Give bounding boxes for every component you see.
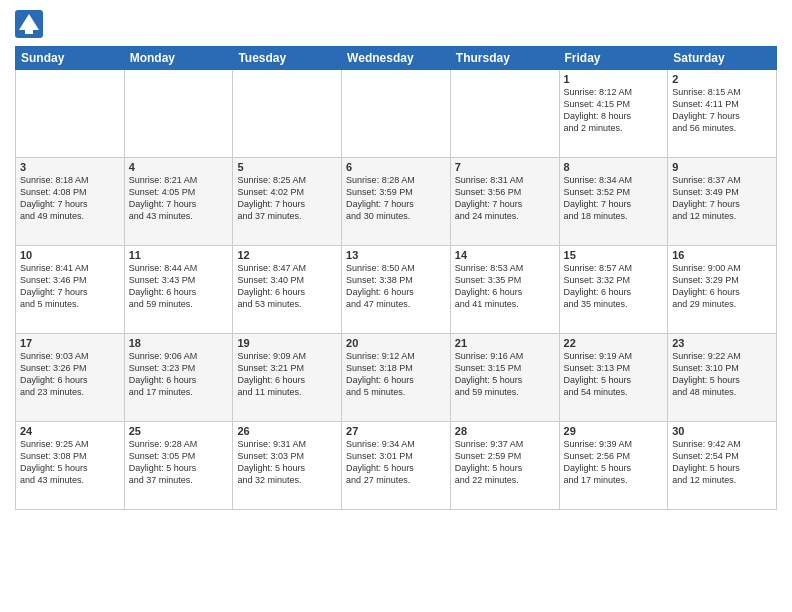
day-info: Sunrise: 9:19 AM Sunset: 3:13 PM Dayligh… [564, 350, 664, 399]
day-number: 27 [346, 425, 446, 437]
day-number: 20 [346, 337, 446, 349]
day-info: Sunrise: 9:37 AM Sunset: 2:59 PM Dayligh… [455, 438, 555, 487]
calendar-day-cell: 22Sunrise: 9:19 AM Sunset: 3:13 PM Dayli… [559, 334, 668, 422]
day-number: 13 [346, 249, 446, 261]
calendar-day-cell: 24Sunrise: 9:25 AM Sunset: 3:08 PM Dayli… [16, 422, 125, 510]
day-number: 12 [237, 249, 337, 261]
day-info: Sunrise: 8:28 AM Sunset: 3:59 PM Dayligh… [346, 174, 446, 223]
day-number: 9 [672, 161, 772, 173]
day-number: 23 [672, 337, 772, 349]
calendar-week-row: 24Sunrise: 9:25 AM Sunset: 3:08 PM Dayli… [16, 422, 777, 510]
calendar-day-cell: 11Sunrise: 8:44 AM Sunset: 3:43 PM Dayli… [124, 246, 233, 334]
day-info: Sunrise: 9:03 AM Sunset: 3:26 PM Dayligh… [20, 350, 120, 399]
calendar-day-cell: 7Sunrise: 8:31 AM Sunset: 3:56 PM Daylig… [450, 158, 559, 246]
day-info: Sunrise: 8:12 AM Sunset: 4:15 PM Dayligh… [564, 86, 664, 135]
day-info: Sunrise: 8:25 AM Sunset: 4:02 PM Dayligh… [237, 174, 337, 223]
calendar-day-cell: 15Sunrise: 8:57 AM Sunset: 3:32 PM Dayli… [559, 246, 668, 334]
calendar-day-cell: 4Sunrise: 8:21 AM Sunset: 4:05 PM Daylig… [124, 158, 233, 246]
calendar-day-cell [124, 70, 233, 158]
day-number: 7 [455, 161, 555, 173]
calendar-day-cell: 25Sunrise: 9:28 AM Sunset: 3:05 PM Dayli… [124, 422, 233, 510]
day-number: 18 [129, 337, 229, 349]
day-info: Sunrise: 9:09 AM Sunset: 3:21 PM Dayligh… [237, 350, 337, 399]
calendar-day-cell: 2Sunrise: 8:15 AM Sunset: 4:11 PM Daylig… [668, 70, 777, 158]
calendar-day-cell: 10Sunrise: 8:41 AM Sunset: 3:46 PM Dayli… [16, 246, 125, 334]
calendar-day-cell: 28Sunrise: 9:37 AM Sunset: 2:59 PM Dayli… [450, 422, 559, 510]
calendar-day-cell [342, 70, 451, 158]
day-number: 17 [20, 337, 120, 349]
calendar-week-row: 3Sunrise: 8:18 AM Sunset: 4:08 PM Daylig… [16, 158, 777, 246]
day-info: Sunrise: 9:25 AM Sunset: 3:08 PM Dayligh… [20, 438, 120, 487]
day-number: 21 [455, 337, 555, 349]
calendar-week-row: 10Sunrise: 8:41 AM Sunset: 3:46 PM Dayli… [16, 246, 777, 334]
weekday-header-thursday: Thursday [450, 47, 559, 70]
day-info: Sunrise: 8:47 AM Sunset: 3:40 PM Dayligh… [237, 262, 337, 311]
calendar-day-cell: 9Sunrise: 8:37 AM Sunset: 3:49 PM Daylig… [668, 158, 777, 246]
day-number: 24 [20, 425, 120, 437]
day-number: 1 [564, 73, 664, 85]
day-number: 15 [564, 249, 664, 261]
calendar-day-cell: 16Sunrise: 9:00 AM Sunset: 3:29 PM Dayli… [668, 246, 777, 334]
day-info: Sunrise: 8:21 AM Sunset: 4:05 PM Dayligh… [129, 174, 229, 223]
calendar-day-cell: 27Sunrise: 9:34 AM Sunset: 3:01 PM Dayli… [342, 422, 451, 510]
day-number: 6 [346, 161, 446, 173]
day-info: Sunrise: 8:34 AM Sunset: 3:52 PM Dayligh… [564, 174, 664, 223]
day-info: Sunrise: 9:28 AM Sunset: 3:05 PM Dayligh… [129, 438, 229, 487]
day-number: 2 [672, 73, 772, 85]
day-number: 29 [564, 425, 664, 437]
day-info: Sunrise: 9:12 AM Sunset: 3:18 PM Dayligh… [346, 350, 446, 399]
svg-rect-2 [25, 26, 33, 34]
day-info: Sunrise: 9:00 AM Sunset: 3:29 PM Dayligh… [672, 262, 772, 311]
calendar-day-cell: 5Sunrise: 8:25 AM Sunset: 4:02 PM Daylig… [233, 158, 342, 246]
calendar-day-cell: 6Sunrise: 8:28 AM Sunset: 3:59 PM Daylig… [342, 158, 451, 246]
calendar-day-cell: 18Sunrise: 9:06 AM Sunset: 3:23 PM Dayli… [124, 334, 233, 422]
day-number: 11 [129, 249, 229, 261]
calendar-day-cell [16, 70, 125, 158]
day-number: 26 [237, 425, 337, 437]
day-number: 8 [564, 161, 664, 173]
logo [15, 10, 47, 38]
day-number: 22 [564, 337, 664, 349]
calendar-day-cell: 19Sunrise: 9:09 AM Sunset: 3:21 PM Dayli… [233, 334, 342, 422]
calendar-day-cell: 3Sunrise: 8:18 AM Sunset: 4:08 PM Daylig… [16, 158, 125, 246]
day-info: Sunrise: 8:50 AM Sunset: 3:38 PM Dayligh… [346, 262, 446, 311]
calendar-day-cell: 1Sunrise: 8:12 AM Sunset: 4:15 PM Daylig… [559, 70, 668, 158]
day-info: Sunrise: 9:42 AM Sunset: 2:54 PM Dayligh… [672, 438, 772, 487]
weekday-header-friday: Friday [559, 47, 668, 70]
day-info: Sunrise: 9:16 AM Sunset: 3:15 PM Dayligh… [455, 350, 555, 399]
weekday-header-wednesday: Wednesday [342, 47, 451, 70]
calendar-day-cell: 20Sunrise: 9:12 AM Sunset: 3:18 PM Dayli… [342, 334, 451, 422]
day-info: Sunrise: 8:57 AM Sunset: 3:32 PM Dayligh… [564, 262, 664, 311]
day-info: Sunrise: 8:41 AM Sunset: 3:46 PM Dayligh… [20, 262, 120, 311]
weekday-header-sunday: Sunday [16, 47, 125, 70]
calendar-day-cell: 26Sunrise: 9:31 AM Sunset: 3:03 PM Dayli… [233, 422, 342, 510]
calendar-day-cell: 8Sunrise: 8:34 AM Sunset: 3:52 PM Daylig… [559, 158, 668, 246]
weekday-header-saturday: Saturday [668, 47, 777, 70]
calendar-day-cell: 23Sunrise: 9:22 AM Sunset: 3:10 PM Dayli… [668, 334, 777, 422]
day-info: Sunrise: 8:44 AM Sunset: 3:43 PM Dayligh… [129, 262, 229, 311]
calendar-header-row: SundayMondayTuesdayWednesdayThursdayFrid… [16, 47, 777, 70]
calendar-day-cell: 14Sunrise: 8:53 AM Sunset: 3:35 PM Dayli… [450, 246, 559, 334]
day-info: Sunrise: 8:15 AM Sunset: 4:11 PM Dayligh… [672, 86, 772, 135]
logo-icon [15, 10, 43, 38]
page-header [15, 10, 777, 38]
day-info: Sunrise: 9:39 AM Sunset: 2:56 PM Dayligh… [564, 438, 664, 487]
day-number: 19 [237, 337, 337, 349]
day-info: Sunrise: 8:37 AM Sunset: 3:49 PM Dayligh… [672, 174, 772, 223]
day-number: 25 [129, 425, 229, 437]
day-number: 10 [20, 249, 120, 261]
day-info: Sunrise: 8:53 AM Sunset: 3:35 PM Dayligh… [455, 262, 555, 311]
day-number: 28 [455, 425, 555, 437]
calendar-week-row: 1Sunrise: 8:12 AM Sunset: 4:15 PM Daylig… [16, 70, 777, 158]
weekday-header-monday: Monday [124, 47, 233, 70]
calendar-day-cell: 12Sunrise: 8:47 AM Sunset: 3:40 PM Dayli… [233, 246, 342, 334]
day-number: 16 [672, 249, 772, 261]
day-info: Sunrise: 9:22 AM Sunset: 3:10 PM Dayligh… [672, 350, 772, 399]
calendar-table: SundayMondayTuesdayWednesdayThursdayFrid… [15, 46, 777, 510]
calendar-day-cell: 13Sunrise: 8:50 AM Sunset: 3:38 PM Dayli… [342, 246, 451, 334]
day-number: 4 [129, 161, 229, 173]
calendar-day-cell [450, 70, 559, 158]
weekday-header-tuesday: Tuesday [233, 47, 342, 70]
day-info: Sunrise: 8:31 AM Sunset: 3:56 PM Dayligh… [455, 174, 555, 223]
day-number: 30 [672, 425, 772, 437]
